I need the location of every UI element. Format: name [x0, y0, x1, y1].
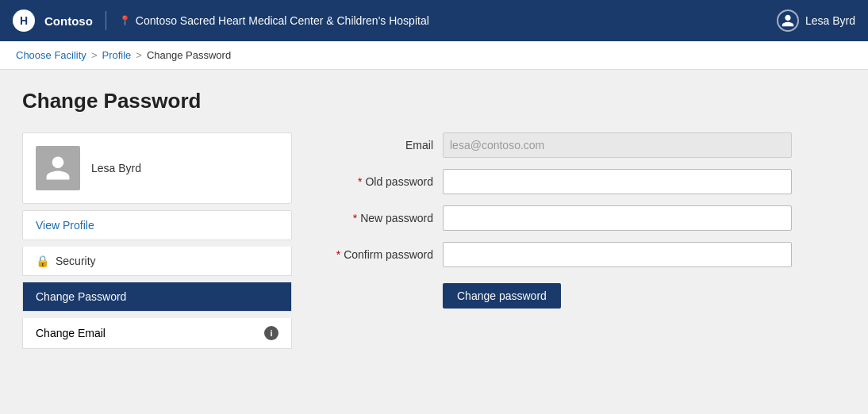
email-label: Email	[314, 139, 433, 151]
breadcrumb-current: Change Password	[147, 49, 231, 61]
old-password-input[interactable]	[443, 169, 792, 194]
email-input[interactable]	[443, 132, 792, 158]
confirm-password-row: Confirm password	[314, 242, 846, 267]
confirm-password-label: Confirm password	[314, 248, 433, 261]
page-title: Change Password	[22, 89, 846, 113]
sidebar-view-profile[interactable]: View Profile	[22, 210, 292, 240]
old-password-row: Old password	[314, 169, 846, 194]
brand-name: Contoso	[44, 14, 93, 28]
new-password-row: New password	[314, 205, 846, 231]
sidebar-user-avatar	[36, 146, 80, 190]
change-password-form: Email Old password New password Confirm …	[314, 132, 846, 309]
sidebar-change-password[interactable]: Change Password	[22, 282, 292, 312]
lock-icon: 🔒	[36, 255, 49, 267]
user-menu[interactable]: Lesa Byrd	[777, 10, 855, 32]
location-icon: 📍	[119, 15, 131, 26]
breadcrumb: Choose Facility > Profile > Change Passw…	[0, 41, 868, 70]
breadcrumb-sep-1: >	[91, 49, 98, 61]
sidebar-user-card: Lesa Byrd	[22, 132, 292, 204]
change-password-button[interactable]: Change password	[443, 283, 561, 309]
user-name: Lesa Byrd	[805, 14, 855, 27]
facility-info: 📍 Contoso Sacred Heart Medical Center & …	[119, 14, 429, 27]
app-header: H Contoso 📍 Contoso Sacred Heart Medical…	[0, 0, 868, 41]
breadcrumb-choose-facility[interactable]: Choose Facility	[16, 49, 86, 61]
header-divider	[106, 11, 106, 30]
confirm-password-input[interactable]	[443, 242, 792, 267]
old-password-label: Old password	[314, 175, 433, 188]
breadcrumb-sep-2: >	[136, 49, 142, 61]
app-logo: H	[13, 10, 35, 32]
content-row: Lesa Byrd View Profile 🔒 Security Change…	[22, 132, 846, 349]
info-icon: i	[264, 326, 278, 340]
user-avatar-icon	[777, 10, 799, 32]
new-password-label: New password	[314, 212, 433, 224]
submit-row: Change password	[314, 283, 846, 309]
email-row: Email	[314, 132, 846, 158]
facility-name: Contoso Sacred Heart Medical Center & Ch…	[136, 14, 429, 27]
new-password-input[interactable]	[443, 205, 792, 231]
sidebar-user-name: Lesa Byrd	[91, 162, 141, 174]
breadcrumb-profile[interactable]: Profile	[102, 49, 131, 61]
sidebar-security-section: 🔒 Security	[22, 247, 292, 276]
sidebar-change-email[interactable]: Change Email i	[22, 318, 292, 349]
main-content: Change Password Lesa Byrd View Profile 🔒…	[0, 70, 868, 368]
sidebar: Lesa Byrd View Profile 🔒 Security Change…	[22, 132, 292, 349]
